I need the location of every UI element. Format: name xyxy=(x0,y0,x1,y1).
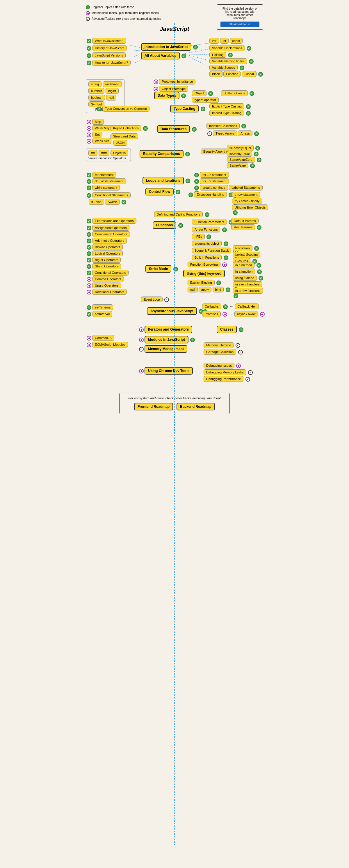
label-conditional: Conditional Statements xyxy=(92,192,131,198)
node-scope-types: Block Function Global ✓ xyxy=(209,71,263,77)
label-typed-arrays: Typed Arrays xyxy=(213,130,237,136)
label-same-value: SameValue xyxy=(227,162,248,168)
node-comparison-ops: ✓ Comparison Operators xyxy=(86,231,130,237)
badge-unary-ops: ◆ xyxy=(87,283,91,288)
roadmap-link[interactable]: http://roadmap.sh xyxy=(220,22,259,27)
badge-data-structures: ✓ xyxy=(192,127,197,132)
badge-debug-memory: ✓ xyxy=(248,370,253,375)
badge-how-to-run: ✓ xyxy=(87,61,91,65)
label-comparison-ops: Comparison Operators xyxy=(92,231,130,237)
node-intro: Introduction to JavaScript ✓ xyxy=(141,43,198,51)
label-expressions: Expressions and Operators xyxy=(92,218,136,224)
badge-error-objects: ✓ xyxy=(233,210,238,215)
label-what-is-js: What is JavaScript? xyxy=(92,38,126,44)
badge-indexed: ✓ xyxy=(241,124,246,128)
node-iifes: IIFEs ✓ xyxy=(192,234,211,240)
label-var: var xyxy=(209,38,219,44)
node-strict-mode: Strict Mode ✓ xyxy=(145,265,178,273)
label-fn-params: Function Parameters xyxy=(192,219,227,225)
badge-comma-ops: ◆ xyxy=(87,277,91,282)
label-apply: apply xyxy=(199,287,211,292)
label-builtin-fns: Built-in Functions xyxy=(192,255,221,260)
label-setinterval: setInterval xyxy=(92,311,112,317)
label-bitwise-ops: Bitwise Operators xyxy=(92,244,123,250)
label-bigint-ops: BigInt Operators xyxy=(92,257,121,263)
badge-data-types: ✓ xyxy=(181,93,186,98)
node-ifelse: if...else Switch ✓ xyxy=(89,199,126,205)
node-conditional-ops: ✓ Conditional Operators xyxy=(86,270,129,276)
node-map: ◆ Map xyxy=(86,119,104,125)
label-intro: Introduction to JavaScript xyxy=(141,43,191,51)
badge-break: ✓ xyxy=(194,186,199,190)
badge-in-arrow-fns: ✓ xyxy=(234,293,238,298)
badge-history: ✓ xyxy=(87,46,91,51)
badge-conditional-ops: ✓ xyxy=(87,271,91,275)
badge-commonjs: ◆ xyxy=(87,336,91,341)
node-ecma-modules: ◆ ECMAScript Modules xyxy=(86,342,128,347)
label-explicit-binding: Explicit Binding xyxy=(187,280,215,285)
label-event-loop: Event Loop xyxy=(141,297,163,302)
label-debug-perf: Debugging Performance xyxy=(204,376,243,382)
legend: ✓ Beginner Topics / start with these ◆ I… xyxy=(86,4,161,22)
label-builtin-objects: Built-in Objects xyxy=(221,90,248,96)
badge-explicit-binding: ✓ xyxy=(216,280,221,285)
node-data-types: Data Types ✓ xyxy=(154,92,186,99)
label-using-alone: using it alone xyxy=(233,275,257,281)
node-this-keyword: Using {this} keyword ____ xyxy=(183,270,234,277)
badge-async-await: ◆ xyxy=(260,312,265,317)
badge-explicit-casting: ✓ xyxy=(246,104,251,109)
label-how-to-run: How to run JavaScript? xyxy=(92,60,131,65)
badge-logical-ops: ✓ xyxy=(87,251,91,256)
badge-memory: ✓ xyxy=(139,347,144,351)
badge-exception: ✓ xyxy=(188,192,193,197)
label-arrays: Arrays xyxy=(238,130,252,136)
badge-control-flow: ✓ xyxy=(176,190,180,194)
node-fn-borrowing: Function Borrowing ◆ xyxy=(187,261,227,268)
equality-ops-box: == === Object.is Value Comparison Operat… xyxy=(86,149,131,161)
badge-what-is-js: ✓ xyxy=(87,39,91,43)
label-chrome-devtools: Using Chrome Dev Tools xyxy=(144,367,193,375)
node-arithmetic-ops: ✓ Arithmetic Operators xyxy=(86,238,127,244)
label-typeof: typeof operator xyxy=(192,97,219,103)
footer-text: For ecosystem and more, check other trac… xyxy=(125,396,224,400)
node-in-arrow-fns: in arrow functions ✓ xyxy=(233,288,265,298)
label-arithmetic-ops: Arithmetic Operators xyxy=(92,238,127,244)
badge-garbage: ✓ xyxy=(238,350,243,354)
node-variables: All About Variables ✓ xyxy=(141,52,186,59)
footer-box: For ecosystem and more, check other trac… xyxy=(119,393,230,414)
label-memory: Memory Management xyxy=(144,345,187,353)
node-bitwise-ops: ✓ Bitwise Operators xyxy=(86,244,123,250)
node-set: ◆ Set xyxy=(86,132,102,137)
badge-variables: ✓ xyxy=(181,54,186,58)
node-hoisting: Hoisting ✓ xyxy=(209,52,233,58)
label-weakmap: Weak Map xyxy=(92,125,112,131)
label-arguments: arguments object xyxy=(192,241,221,246)
label-scope-stack: Scope & Function Stack xyxy=(192,248,231,253)
node-type-conversion: ✓ Type Conversion vs Coercion xyxy=(96,106,149,112)
badge-weakmap: ◆ xyxy=(87,126,91,131)
node-naming-rules: Variable Naming Rules ✓ xyxy=(209,58,254,64)
badge-switch: ✓ xyxy=(121,200,126,205)
backend-roadmap-btn[interactable]: Backend Roadmap xyxy=(177,403,215,410)
node-typeof: typeof operator xyxy=(192,97,219,103)
node-async-js: Asynchronous JavaScript ✓ xyxy=(147,307,203,315)
badge-type-casting: ✓ xyxy=(201,106,205,111)
node-while: ✓ while statement xyxy=(86,185,120,190)
label-null: null xyxy=(106,95,116,100)
label-control-flow: Control Flow xyxy=(145,188,174,195)
node-chrome-devtools: ◆ Using Chrome Dev Tools xyxy=(138,367,193,375)
svg-line-7 xyxy=(183,54,209,55)
label-equality: Equality Comparisons xyxy=(140,150,183,158)
label-modules: Modules in JavaScript xyxy=(144,336,188,343)
label-function-scope: Function xyxy=(223,71,241,77)
node-functions: Functions ✓ xyxy=(153,221,183,229)
label-prototypal: Prototypal Inheritance xyxy=(159,79,196,85)
node-defining-fns: Defining and Calling Functions ✓ xyxy=(154,212,209,217)
node-scope-stack: Scope & Function Stack ◆ xyxy=(192,248,238,253)
badge-global: ✓ xyxy=(258,72,263,76)
label-keyed: Keyed Collections xyxy=(110,125,141,131)
frontend-roadmap-btn[interactable]: Frontend Roadmap xyxy=(134,403,173,410)
node-settimeout: ✓ setTimeout xyxy=(86,304,113,310)
badge-assignment-ops: ✓ xyxy=(87,226,91,230)
badge-prototypal: ◆ xyxy=(153,80,158,84)
